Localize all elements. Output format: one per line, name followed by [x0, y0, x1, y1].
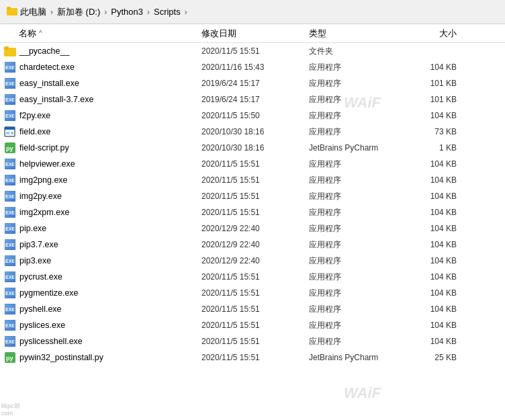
file-type: JetBrains PyCharm [309, 143, 410, 153]
file-date: 2020/11/5 15:51 [201, 208, 309, 217]
col-header-name[interactable]: 名称 ^ [0, 28, 201, 40]
svg-text:EXE: EXE [5, 243, 15, 247]
col-header-type[interactable]: 类型 [309, 28, 410, 40]
file-date: 2020/12/9 22:40 [201, 256, 309, 265]
address-bar: 此电脑 › 新加卷 (D:) › Python3 › Scripts › [0, 0, 505, 24]
exe-icon: EXE [4, 335, 16, 347]
file-name-cell: EXE pycrust.exe [0, 271, 201, 283]
file-size: 104 KB [410, 224, 463, 233]
file-type: 应用程序 [309, 78, 410, 89]
file-size: 73 KB [410, 127, 463, 136]
file-name-cell: EXE pyslicesshell.exe [0, 335, 201, 347]
breadcrumb: 此电脑 › 新加卷 (D:) › Python3 › Scripts › [20, 6, 189, 18]
file-date: 2020/10/30 18:16 [201, 127, 309, 136]
file-name: helpviewer.exe [19, 159, 75, 169]
svg-text:EXE: EXE [5, 162, 15, 167]
exe-icon: EXE [4, 158, 16, 170]
file-type: 应用程序 [309, 223, 410, 235]
file-date: 2020/11/5 15:51 [201, 337, 309, 346]
table-row[interactable]: __pycache__ 2020/11/5 15:51 文件夹 [0, 43, 505, 59]
svg-text:EXE: EXE [5, 275, 15, 280]
svg-rect-16 [11, 132, 13, 134]
table-row[interactable]: EXE img2xpm.exe 2020/11/5 15:51 应用程序 104… [0, 204, 505, 220]
file-size: 1 KB [410, 143, 463, 153]
file-type: 文件夹 [309, 46, 410, 57]
col-header-date[interactable]: 修改日期 [201, 28, 309, 40]
col-header-size[interactable]: 大小 [410, 28, 463, 40]
svg-text:EXE: EXE [5, 81, 15, 86]
file-name: pip.exe [19, 224, 46, 233]
table-row[interactable]: EXE img2py.exe 2020/11/5 15:51 应用程序 104 … [0, 188, 505, 204]
column-headers: 名称 ^ 修改日期 类型 大小 [0, 24, 505, 43]
exe-icon: EXE [4, 206, 16, 218]
table-row[interactable]: EXE pyshell.exe 2020/11/5 15:51 应用程序 104… [0, 301, 505, 317]
file-type: 应用程序 [309, 175, 410, 186]
exe-icon: EXE [4, 287, 16, 299]
exe-icon: EXE [4, 303, 16, 315]
watermark-bottom-left: kkpc部 com [1, 403, 20, 417]
file-date: 2019/6/24 15:17 [201, 95, 309, 104]
file-name-cell: EXE pygmentize.exe [0, 287, 201, 299]
file-type: 应用程序 [309, 271, 410, 283]
file-name: pip3.exe [19, 256, 51, 265]
table-row[interactable]: py pywin32_postinstall.py 2020/11/5 15:5… [0, 349, 505, 366]
file-name: __pycache__ [19, 46, 69, 56]
table-row[interactable]: EXE pycrust.exe 2020/11/5 15:51 应用程序 104… [0, 269, 505, 285]
file-type: 应用程序 [309, 239, 410, 251]
file-name: img2py.exe [19, 192, 62, 201]
file-name-cell: py field-script.py [0, 142, 201, 154]
file-type: 应用程序 [309, 159, 410, 170]
file-name-cell: EXE easy_install-3.7.exe [0, 93, 201, 106]
file-date: 2020/11/5 15:51 [201, 192, 309, 201]
table-row[interactable]: EXE pip.exe 2020/12/9 22:40 应用程序 104 KB [0, 220, 505, 237]
py-icon: py [4, 142, 16, 154]
table-row[interactable]: EXE chardetect.exe 2020/11/16 15:43 应用程序… [0, 59, 505, 75]
table-row[interactable]: EXE easy_install.exe 2019/6/24 15:17 应用程… [0, 75, 505, 91]
table-row[interactable]: EXE img2png.exe 2020/11/5 15:51 应用程序 104… [0, 172, 505, 188]
file-type: 应用程序 [309, 255, 410, 267]
py-icon: py [4, 351, 16, 364]
file-name-cell: EXE f2py.exe [0, 110, 201, 122]
table-row[interactable]: EXE easy_install-3.7.exe 2019/6/24 15:17… [0, 91, 505, 108]
svg-text:EXE: EXE [5, 323, 15, 328]
watermark-bottom: WAiF [344, 384, 381, 402]
table-row[interactable]: EXE pip3.7.exe 2020/12/9 22:40 应用程序 104 … [0, 237, 505, 253]
svg-text:EXE: EXE [5, 178, 15, 183]
file-size: 104 KB [410, 288, 463, 298]
file-name: pywin32_postinstall.py [19, 353, 103, 362]
table-row[interactable]: EXE pip3.exe 2020/12/9 22:40 应用程序 104 KB [0, 253, 505, 269]
file-type: JetBrains PyCharm [309, 353, 410, 362]
file-size: 104 KB [410, 208, 463, 217]
file-date: 2020/11/5 15:51 [201, 175, 309, 185]
table-row[interactable]: EXE f2py.exe 2020/11/5 15:50 应用程序 104 KB [0, 108, 505, 124]
file-type: 应用程序 [309, 110, 410, 122]
file-name: pyshell.exe [19, 304, 62, 314]
file-type: 应用程序 [309, 126, 410, 138]
file-size: 104 KB [410, 192, 463, 201]
exe-icon: EXE [4, 110, 16, 122]
file-name-cell: EXE helpviewer.exe [0, 158, 201, 170]
table-row[interactable]: EXE pyslicesshell.exe 2020/11/5 15:51 应用… [0, 333, 505, 349]
file-name: chardetect.exe [19, 62, 75, 72]
table-row[interactable]: field.exe 2020/10/30 18:16 应用程序 73 KB [0, 124, 505, 140]
exe-icon: EXE [4, 222, 16, 235]
table-row[interactable]: EXE pygmentize.exe 2020/11/5 15:51 应用程序 … [0, 285, 505, 301]
file-type: 应用程序 [309, 320, 410, 331]
exe-icon: EXE [4, 255, 16, 267]
file-name-cell: EXE pip.exe [0, 222, 201, 235]
file-name-cell: py pywin32_postinstall.py [0, 351, 201, 364]
svg-text:EXE: EXE [5, 226, 15, 231]
table-row[interactable]: py field-script.py 2020/10/30 18:16 JetB… [0, 140, 505, 156]
file-name-cell: EXE easy_install.exe [0, 77, 201, 89]
file-name-cell: EXE pyslices.exe [0, 319, 201, 331]
file-type: 应用程序 [309, 62, 410, 73]
table-row[interactable]: EXE pyslices.exe 2020/11/5 15:51 应用程序 10… [0, 317, 505, 333]
exe-icon: EXE [4, 61, 16, 73]
file-date: 2020/11/5 15:51 [201, 304, 309, 314]
file-name-cell: EXE pip3.exe [0, 255, 201, 267]
file-size: 104 KB [410, 111, 463, 120]
table-row[interactable]: EXE helpviewer.exe 2020/11/5 15:51 应用程序 … [0, 156, 505, 172]
file-type: 应用程序 [309, 288, 410, 299]
file-date: 2020/11/5 15:51 [201, 288, 309, 298]
file-date: 2019/6/24 15:17 [201, 79, 309, 88]
